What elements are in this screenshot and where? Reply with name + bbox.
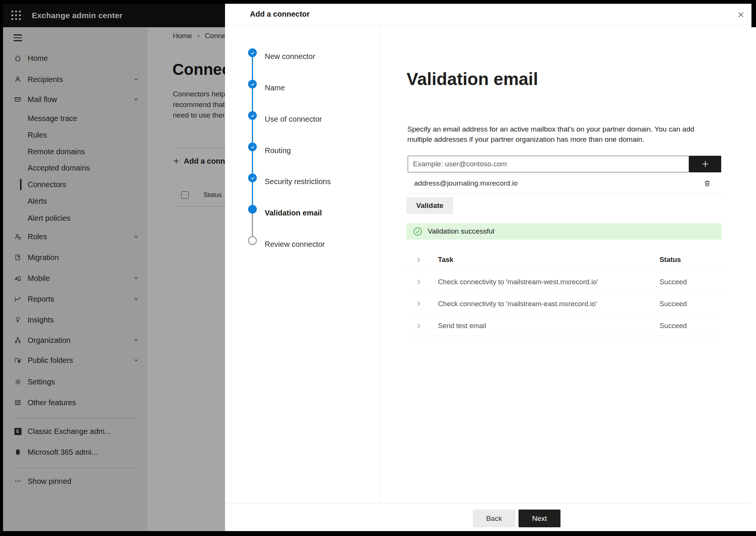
page-intro-line: Connectors help bbox=[173, 90, 225, 98]
chevron-down-icon bbox=[133, 76, 139, 82]
mobile-icon bbox=[14, 274, 22, 282]
step-label[interactable]: Routing bbox=[265, 146, 291, 155]
sidebar-item-recipients[interactable]: Recipients bbox=[3, 71, 147, 88]
step-circle-review-connector[interactable] bbox=[248, 236, 257, 245]
step-circle-validation-email[interactable] bbox=[248, 205, 257, 214]
app-launcher-icon[interactable] bbox=[11, 11, 21, 20]
breadcrumb-separator-icon bbox=[196, 33, 201, 39]
table-divider bbox=[407, 270, 722, 270]
chevron-down-icon bbox=[133, 337, 139, 343]
validate-button[interactable]: Validate bbox=[407, 197, 453, 214]
plus-icon bbox=[701, 160, 710, 169]
org-chart-icon bbox=[14, 336, 22, 344]
close-icon[interactable] bbox=[734, 8, 748, 22]
step-circle-security-restrictions[interactable] bbox=[248, 174, 257, 182]
step-label[interactable]: Name bbox=[265, 84, 285, 92]
sidebar-item-label: Connectors bbox=[28, 180, 66, 189]
sidebar-item-label: Alert policies bbox=[28, 214, 70, 223]
add-connector-label: Add a conn bbox=[184, 157, 225, 166]
table-row-status: Succeed bbox=[660, 322, 687, 330]
back-button[interactable]: Back bbox=[473, 510, 515, 527]
step-circle-new-connector[interactable] bbox=[248, 48, 257, 57]
sidebar-item-home[interactable]: Home bbox=[3, 50, 147, 67]
table-row-status: Succeed bbox=[660, 300, 687, 308]
plus-icon bbox=[172, 157, 180, 165]
step-label[interactable]: Security restrictions bbox=[265, 177, 331, 186]
sidebar-item-accepted-domains[interactable]: Accepted domains bbox=[3, 160, 147, 176]
sidebar-item-other-features[interactable]: Other features bbox=[3, 394, 147, 411]
status-column-header: Status bbox=[203, 191, 222, 199]
topbar: Exchange admin center bbox=[3, 4, 225, 27]
page-intro-line: recommend that bbox=[173, 101, 225, 109]
ellipsis-icon bbox=[14, 477, 22, 485]
sidebar-divider bbox=[12, 468, 138, 468]
add-connector-button[interactable]: Add a conn bbox=[172, 154, 225, 168]
sidebar-item-alert-policies[interactable]: Alert policies bbox=[3, 210, 147, 226]
sidebar-item-roles[interactable]: Roles bbox=[3, 228, 147, 245]
task-column-header: Task bbox=[438, 256, 453, 264]
sidebar-item-organization[interactable]: Organization bbox=[3, 332, 147, 349]
migration-icon bbox=[14, 253, 22, 262]
next-button[interactable]: Next bbox=[518, 510, 560, 527]
chevron-down-icon bbox=[133, 296, 139, 302]
sidebar-item-show-pinned[interactable]: Show pinned bbox=[3, 473, 147, 490]
selected-indicator bbox=[20, 179, 22, 190]
sidebar-item-mobile[interactable]: Mobile bbox=[3, 270, 147, 287]
sidebar-item-alerts[interactable]: Alerts bbox=[3, 193, 147, 209]
sidebar-item-remote-domains[interactable]: Remote domains bbox=[3, 143, 147, 160]
select-all-checkbox[interactable] bbox=[181, 191, 189, 199]
chevron-right-icon[interactable] bbox=[415, 256, 422, 263]
table-row-task[interactable]: Check connectivity to 'mailstream-east.m… bbox=[438, 300, 597, 308]
sidebar-item-settings[interactable]: Settings bbox=[3, 373, 147, 390]
sidebar-item-label: Home bbox=[28, 54, 48, 63]
table-divider bbox=[407, 336, 722, 336]
add-email-button[interactable] bbox=[689, 156, 721, 172]
step-label[interactable]: Review connector bbox=[265, 240, 325, 249]
home-icon bbox=[14, 54, 22, 62]
footer-divider bbox=[225, 503, 751, 503]
sidebar-item-label: Reports bbox=[28, 295, 54, 304]
chevron-up-icon bbox=[133, 96, 139, 102]
step-circle-routing[interactable] bbox=[248, 143, 257, 151]
table-row-task[interactable]: Check connectivity to 'mailstream-west.m… bbox=[438, 278, 598, 286]
sidebar-item-label: Settings bbox=[28, 378, 55, 386]
step-label[interactable]: New connector bbox=[265, 52, 315, 61]
roles-icon bbox=[14, 232, 22, 241]
chevron-right-icon[interactable] bbox=[415, 322, 422, 330]
sidebar-item-microsoft-365[interactable]: Microsoft 365 admi... bbox=[3, 444, 147, 460]
gear-icon bbox=[14, 378, 22, 386]
sidebar-item-reports[interactable]: Reports bbox=[3, 291, 147, 307]
sidebar-item-migration[interactable]: Migration bbox=[3, 249, 147, 266]
table-row-task[interactable]: Send test email bbox=[438, 322, 486, 330]
step-circle-use-of-connector[interactable] bbox=[248, 111, 257, 120]
chevron-right-icon[interactable] bbox=[415, 300, 422, 308]
page-intro-line: need to use ther bbox=[173, 111, 225, 119]
step-label[interactable]: Use of connector bbox=[265, 115, 322, 124]
sidebar-item-classic-exchange[interactable]: E Classic Exchange adm... bbox=[3, 423, 147, 440]
chevron-down-icon bbox=[133, 275, 139, 281]
email-address-input[interactable] bbox=[408, 156, 689, 172]
person-icon bbox=[14, 75, 22, 84]
breadcrumb-current: Conne bbox=[205, 32, 226, 40]
sidebar-divider bbox=[12, 418, 138, 418]
step-circle-name[interactable] bbox=[248, 80, 257, 88]
chevron-right-icon[interactable] bbox=[415, 278, 422, 286]
sidebar-item-public-folders[interactable]: Public folders bbox=[3, 352, 147, 369]
sidebar-item-rules[interactable]: Rules bbox=[3, 127, 147, 143]
sidebar-item-message-trace[interactable]: Message trace bbox=[3, 110, 147, 127]
table-grid-icon bbox=[14, 398, 22, 407]
sidebar-item-label: Public folders bbox=[28, 356, 73, 365]
breadcrumb-home-link[interactable]: Home bbox=[173, 32, 192, 40]
success-check-icon bbox=[413, 227, 422, 236]
sidebar-item-connectors[interactable]: Connectors bbox=[3, 176, 147, 193]
table-divider bbox=[407, 314, 722, 314]
sidebar-item-label: Other features bbox=[28, 398, 76, 407]
sidebar-item-label: Mobile bbox=[28, 274, 50, 283]
sidebar-item-mail-flow[interactable]: Mail flow bbox=[3, 91, 147, 108]
add-connector-panel: Add a connector New connector Name Use o… bbox=[225, 4, 751, 531]
hamburger-menu-icon[interactable] bbox=[11, 32, 24, 44]
step-label-current[interactable]: Validation email bbox=[265, 209, 322, 217]
trash-icon[interactable] bbox=[702, 178, 713, 189]
sidebar-item-insights[interactable]: Insights bbox=[3, 311, 147, 328]
sidebar: Home Recipients Mail flow Message trace … bbox=[3, 27, 147, 531]
